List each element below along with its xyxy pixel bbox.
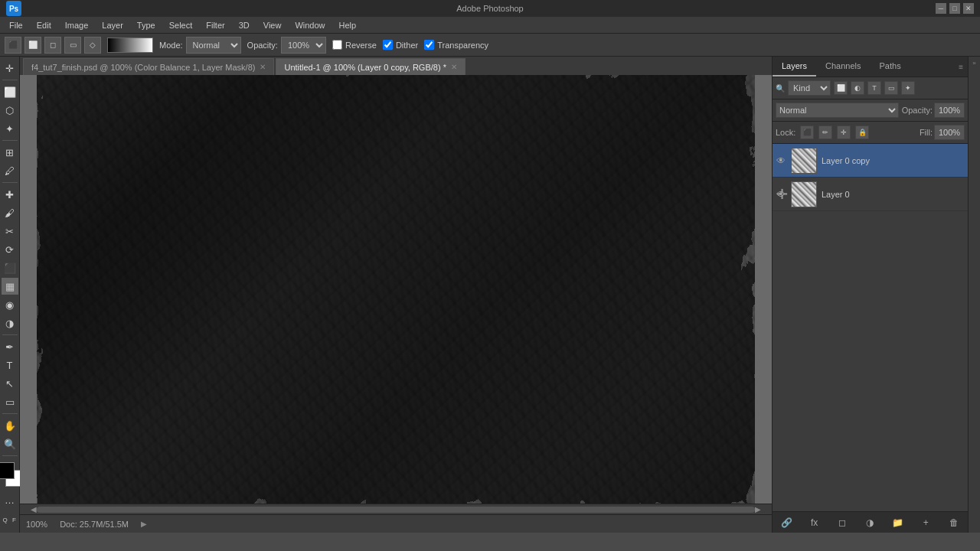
zoom-tool[interactable]: 🔍 bbox=[2, 435, 18, 452]
tab-2-close[interactable]: ✕ bbox=[451, 63, 457, 71]
shape-btn-1[interactable]: ⬛ bbox=[5, 37, 21, 54]
statusbar: 100% Doc: 25.7M/51.5M ▶ bbox=[20, 514, 772, 533]
clone-tool[interactable]: ✂ bbox=[2, 223, 18, 240]
scroll-left-btn[interactable]: ◀ bbox=[31, 505, 37, 514]
menu-select[interactable]: Select bbox=[163, 19, 199, 31]
hscroll-track[interactable] bbox=[37, 507, 755, 513]
foreground-color-swatch[interactable] bbox=[0, 462, 15, 479]
crop-tool[interactable]: ⊞ bbox=[2, 144, 18, 161]
heal-tool[interactable]: ✚ bbox=[2, 186, 18, 203]
quick-mask-tool[interactable]: Q bbox=[2, 511, 9, 528]
minimize-button[interactable]: ─ bbox=[936, 3, 946, 14]
menu-filter[interactable]: Filter bbox=[200, 19, 230, 31]
shape-btn-4[interactable]: ▭ bbox=[64, 37, 81, 54]
lock-all-btn[interactable]: 🔒 bbox=[855, 126, 869, 139]
search-icon: 🔍 bbox=[776, 84, 785, 93]
nav-arrow[interactable]: ▶ bbox=[141, 520, 147, 528]
shape-btn-5[interactable]: ◇ bbox=[84, 37, 101, 54]
canvas-wrapper[interactable] bbox=[20, 75, 772, 504]
tab-2[interactable]: Untitled-1 @ 100% (Layer 0 copy, RGB/8) … bbox=[276, 58, 466, 75]
magic-wand-tool[interactable]: ✦ bbox=[2, 120, 18, 137]
extra-tools[interactable]: … bbox=[2, 491, 18, 508]
fill-input[interactable] bbox=[934, 125, 965, 140]
layer-0-visibility[interactable]: 👁 bbox=[776, 155, 786, 166]
lock-move-btn[interactable]: ✛ bbox=[837, 126, 851, 139]
lasso-tool[interactable]: ⬡ bbox=[2, 102, 18, 119]
eyedropper-tool[interactable]: 🖊 bbox=[2, 162, 18, 179]
opacity-input[interactable] bbox=[934, 103, 965, 118]
tab-layers[interactable]: Layers bbox=[773, 57, 816, 77]
menu-type[interactable]: Type bbox=[131, 19, 162, 31]
eraser-tool[interactable]: ⬛ bbox=[2, 259, 18, 276]
dither-checkbox[interactable] bbox=[383, 40, 393, 50]
adjustment-filter-btn[interactable]: ◐ bbox=[851, 81, 864, 95]
menu-file[interactable]: File bbox=[3, 19, 29, 31]
blur-tool[interactable]: ◉ bbox=[2, 296, 18, 313]
gradient-tool[interactable]: ▦ bbox=[2, 278, 18, 295]
lock-position-btn[interactable]: ✏ bbox=[818, 126, 832, 139]
screen-mode-tool[interactable]: F bbox=[11, 511, 18, 528]
main-layout: ✛ ⬜ ⬡ ✦ ⊞ 🖊 ✚ 🖌 ✂ ⟳ ⬛ ▦ ◉ ◑ ✒ T ↖ ▭ ✋ 🔍 … bbox=[0, 57, 980, 533]
dither-group: Dither bbox=[383, 40, 418, 50]
pixel-filter-btn[interactable]: ⬜ bbox=[834, 81, 848, 95]
menu-layer[interactable]: Layer bbox=[96, 19, 129, 31]
text-tool[interactable]: T bbox=[2, 357, 18, 373]
path-select-tool[interactable]: ↖ bbox=[2, 375, 18, 392]
fill-control: Fill: bbox=[920, 125, 965, 140]
panel-options-btn[interactable]: ≡ bbox=[954, 60, 968, 74]
mask-btn[interactable]: ◻ bbox=[834, 514, 851, 531]
menu-help[interactable]: Help bbox=[333, 19, 363, 31]
blend-mode-select[interactable]: Normal Dissolve Multiply Screen Overlay bbox=[776, 103, 899, 118]
group-btn[interactable]: 📁 bbox=[890, 514, 906, 531]
delete-layer-btn[interactable]: 🗑 bbox=[946, 514, 962, 531]
adjustment-btn[interactable]: ◑ bbox=[861, 514, 878, 531]
menu-edit[interactable]: Edit bbox=[31, 19, 57, 31]
kind-select[interactable]: Kind Name Effect Mode bbox=[788, 80, 831, 96]
gradient-preview[interactable] bbox=[107, 37, 153, 53]
close-button[interactable]: ✕ bbox=[963, 3, 974, 14]
fx-btn[interactable]: fx bbox=[806, 514, 823, 531]
menu-3d[interactable]: 3D bbox=[233, 19, 256, 31]
brush-tool[interactable]: 🖌 bbox=[2, 204, 18, 221]
type-filter-btn[interactable]: T bbox=[867, 81, 881, 95]
canvas-display[interactable] bbox=[37, 75, 755, 504]
opacity-select[interactable]: 100% bbox=[281, 37, 326, 54]
shape-tool[interactable]: ▭ bbox=[2, 393, 18, 410]
tab-1[interactable]: f4_tut7_finish.psd @ 100% (Color Balance… bbox=[23, 58, 274, 75]
shape-btn-2[interactable]: ⬜ bbox=[24, 37, 41, 54]
menu-window[interactable]: Window bbox=[289, 19, 331, 31]
smart-filter-btn[interactable]: ✦ bbox=[901, 81, 915, 95]
layer-1-thumbnail bbox=[791, 181, 817, 207]
link-layers-btn[interactable]: 🔗 bbox=[778, 514, 795, 531]
dodge-tool[interactable]: ◑ bbox=[2, 315, 18, 331]
transparency-checkbox[interactable] bbox=[424, 40, 434, 50]
mode-select[interactable]: Normal Dissolve Multiply bbox=[186, 37, 241, 54]
maximize-button[interactable]: □ bbox=[949, 3, 960, 14]
tab-channels[interactable]: Channels bbox=[816, 57, 870, 77]
pen-tool[interactable]: ✒ bbox=[2, 338, 18, 355]
layer-item-0[interactable]: 👁 Layer 0 copy bbox=[773, 144, 968, 178]
move-tool[interactable]: ✛ bbox=[2, 60, 18, 77]
menu-view[interactable]: View bbox=[257, 19, 288, 31]
layer-1-thumb-preview bbox=[792, 182, 817, 207]
scroll-right-btn[interactable]: ▶ bbox=[755, 505, 761, 514]
history-tool[interactable]: ⟳ bbox=[2, 241, 18, 258]
mode-group: Mode: Normal Dissolve Multiply bbox=[159, 37, 241, 54]
menu-image[interactable]: Image bbox=[59, 19, 95, 31]
tab-paths[interactable]: Paths bbox=[871, 57, 910, 77]
new-layer-btn[interactable]: + bbox=[917, 514, 934, 531]
canvas-svg bbox=[37, 75, 755, 504]
select-rect-tool[interactable]: ⬜ bbox=[2, 83, 18, 100]
reverse-checkbox[interactable] bbox=[332, 40, 342, 50]
shape-btn-3[interactable]: ◻ bbox=[44, 37, 61, 54]
lock-pixels-btn[interactable]: ⬛ bbox=[800, 126, 814, 139]
panel-collapse[interactable]: » bbox=[968, 57, 980, 533]
tab-1-close[interactable]: ✕ bbox=[260, 63, 266, 71]
titlebar: Ps Adobe Photoshop ─ □ ✕ bbox=[0, 0, 980, 17]
hand-tool[interactable]: ✋ bbox=[2, 417, 18, 434]
layer-item-1[interactable]: 👁 Layer 0 bbox=[773, 178, 968, 211]
layer-1-visibility[interactable]: 👁 bbox=[776, 189, 786, 200]
shape-filter-btn[interactable]: ▭ bbox=[884, 81, 898, 95]
lock-row: Lock: ⬛ ✏ ✛ 🔒 Fill: bbox=[773, 122, 968, 144]
tab-2-label: Untitled-1 @ 100% (Layer 0 copy, RGB/8) … bbox=[284, 63, 446, 72]
